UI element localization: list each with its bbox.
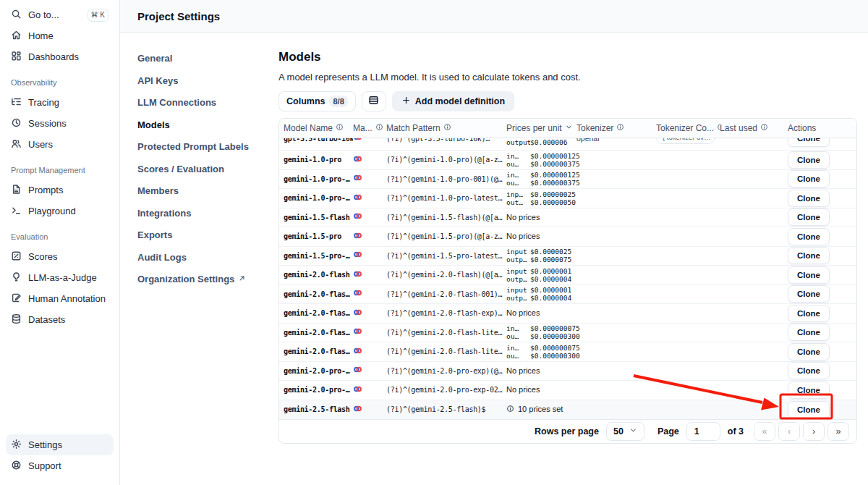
page-title: Project Settings <box>137 10 220 22</box>
actions-cell: Clone <box>788 305 856 322</box>
clone-button-gemini-1.5-pro[interactable]: Clone <box>788 247 830 264</box>
table-row-gemini-1.0-pro: gemini-1.0-pro(?i)^(gemini-1.0-pro)(@[a-… <box>279 151 856 170</box>
prices-cell: in…$0.000000075ou…$0.000000300 <box>506 324 576 340</box>
maintainer-cell <box>353 193 386 204</box>
clone-button-gemini-2.0-flas[interactable]: Clone <box>788 343 830 360</box>
life-buoy-icon <box>11 460 22 473</box>
settings-nav-audit-logs[interactable]: Audit Logs <box>137 252 278 263</box>
goto-search[interactable]: Go to... ⌘ K <box>6 4 114 25</box>
settings-nav-integrations[interactable]: Integrations <box>137 208 278 219</box>
sidebar-item-users[interactable]: Users <box>6 134 114 155</box>
prices-cell: in…$0.000000125ou…$0.000000375 <box>506 152 576 168</box>
price-line: input$0.0000001 <box>506 286 576 294</box>
model-name-cell: gemini-2.0-flas… <box>284 290 353 298</box>
sidebar-item-dashboards[interactable]: Dashboards <box>6 46 114 67</box>
settings-nav-label: Exports <box>137 229 172 240</box>
maintainer-cell <box>353 365 386 376</box>
sidebar-item-llm-as-a-judge[interactable]: LLM-as-a-Judge <box>6 267 114 288</box>
match-pattern-cell: (?i)^(gemini-1.5-pro-latest… <box>386 252 506 260</box>
maintainer-cell <box>353 211 386 223</box>
maintainer-cell <box>353 138 386 144</box>
price-line: ou…$0.000000300 <box>506 352 576 360</box>
sidebar-item-tracing[interactable]: Tracing <box>6 92 114 113</box>
settings-nav-exports[interactable]: Exports <box>137 229 278 240</box>
clone-button-gemini-1.0-pro[interactable]: Clone <box>788 151 830 169</box>
clone-button-gemini-2.0-flas[interactable]: Clone <box>788 305 830 322</box>
price-value: $0.0000001 <box>530 267 571 275</box>
document-icon <box>11 184 22 197</box>
sidebar-item-playground[interactable]: Playground <box>6 201 114 222</box>
sidebar-item-sessions[interactable]: Sessions <box>6 113 114 134</box>
first-page-button[interactable]: « <box>754 422 775 441</box>
no-prices-label: No prices <box>506 232 576 240</box>
clone-button-gemini-1.0-pro[interactable]: Clone <box>788 190 830 207</box>
price-value: $0.0000075 <box>530 256 571 263</box>
clone-button-gemini-2.0-flas[interactable]: Clone <box>788 324 830 341</box>
col-header-prices-per-unit[interactable]: Prices per unit <box>506 123 576 133</box>
settings-nav-llm-connections[interactable]: LLM Connections <box>137 97 278 108</box>
settings-nav-api-keys[interactable]: API Keys <box>137 75 278 86</box>
model-name-cell: gemini-1.5-pro-… <box>284 252 353 260</box>
col-header-actions: Actions <box>788 123 856 133</box>
price-value: $0.000006 <box>530 138 567 146</box>
settings-nav-protected-prompt-labels[interactable]: Protected Prompt Labels <box>137 141 278 152</box>
langfuse-knot-icon <box>353 138 362 144</box>
prices-cell: input$0.0000025outp…$0.0000075 <box>506 248 576 263</box>
settings-nav-members[interactable]: Members <box>137 185 278 196</box>
last-page-button[interactable]: » <box>827 422 849 441</box>
actions-cell: Clone <box>788 190 856 207</box>
database-icon <box>11 313 22 326</box>
maintainer-cell <box>353 346 386 358</box>
clone-button-gpt-3.5-turbo-16k[interactable]: Clone <box>788 138 830 147</box>
next-page-button[interactable]: › <box>803 422 825 441</box>
price-value: $0.000000300 <box>530 352 580 360</box>
info-icon <box>506 405 514 414</box>
settings-nav-organization-settings[interactable]: Organization Settings <box>137 274 278 284</box>
langfuse-knot-icon <box>353 154 362 166</box>
plus-icon <box>401 96 411 107</box>
clone-button-gemini-2.0-flash[interactable]: Clone <box>788 266 830 284</box>
sidebar-item-human-annotation[interactable]: Human Annotation <box>6 288 114 309</box>
settings-nav-label: LLM Connections <box>137 97 216 108</box>
price-line: out…$0.00000050 <box>506 198 576 206</box>
table-row-gemini-2.5-flash: gemini-2.5-flash(?i)^(gemini-2.5-flash)$… <box>279 400 856 420</box>
sidebar-item-support[interactable]: Support <box>6 455 114 476</box>
sidebar-item-home[interactable]: Home <box>6 25 114 46</box>
clone-button-gemini-2.5-flash[interactable]: Clone <box>788 401 830 418</box>
settings-nav-label: General <box>137 53 172 64</box>
sidebar-item-settings[interactable]: Settings <box>6 434 114 455</box>
sidebar-item-datasets[interactable]: Datasets <box>6 309 114 330</box>
clone-button-gemini-1.0-pro[interactable]: Clone <box>788 170 830 187</box>
sidebar-item-prompts[interactable]: Prompts <box>6 180 114 201</box>
tokenizer-cell: openai <box>576 138 656 143</box>
columns-button[interactable]: Columns 8/8 <box>278 91 356 111</box>
page-number-input[interactable]: 1 <box>686 422 720 441</box>
table-row-gemini-2.0-flash: gemini-2.0-flash(?i)^(gemini-2.0-flash)(… <box>279 266 856 285</box>
price-value: $0.0000004 <box>530 275 571 283</box>
prices-cell: in…$0.000000125ou…$0.000000375 <box>506 171 576 187</box>
clone-button-gemini-2.0-pro[interactable]: Clone <box>788 362 830 379</box>
prices-cell: in…$0.000000075ou…$0.000000300 <box>506 344 576 360</box>
col-header-label: Match Pattern <box>386 123 441 133</box>
sidebar-bottom-items: SettingsSupport <box>6 434 114 476</box>
table-row-gemini-2.0-pro: gemini-2.0-pro-…(?i)^(gemini-2.0-pro-exp… <box>279 362 856 381</box>
actions-cell: Clone <box>788 285 856 303</box>
pagination-buttons: « ‹ › » <box>754 422 849 441</box>
clone-button-gemini-1.5-flash[interactable]: Clone <box>788 208 830 226</box>
previous-page-button[interactable]: ‹ <box>778 422 800 441</box>
clone-button-gemini-2.0-pro[interactable]: Clone <box>788 381 830 399</box>
clone-button-gemini-1.5-pro[interactable]: Clone <box>788 228 830 245</box>
add-model-definition-button[interactable]: Add model definition <box>392 91 514 111</box>
match-pattern-cell: (?i)^(gpt-3.5-turbo-16k)… <box>386 138 506 143</box>
row-height-button[interactable] <box>362 91 386 111</box>
col-header-label: Actions <box>788 123 816 133</box>
settings-nav-general[interactable]: General <box>137 53 278 64</box>
add-model-label: Add model definition <box>415 96 505 106</box>
sidebar-item-scores[interactable]: Scores <box>6 246 114 267</box>
settings-nav-scores-evaluation[interactable]: Scores / Evaluation <box>137 164 278 174</box>
clone-button-gemini-2.0-flas[interactable]: Clone <box>788 285 830 303</box>
price-line: in…$0.000000125 <box>506 152 576 160</box>
rows-per-page-select[interactable]: 50 <box>606 422 644 441</box>
col-header-tokenizer-co...: Tokenizer Co... <box>656 123 720 133</box>
settings-nav-models[interactable]: Models <box>137 119 278 130</box>
